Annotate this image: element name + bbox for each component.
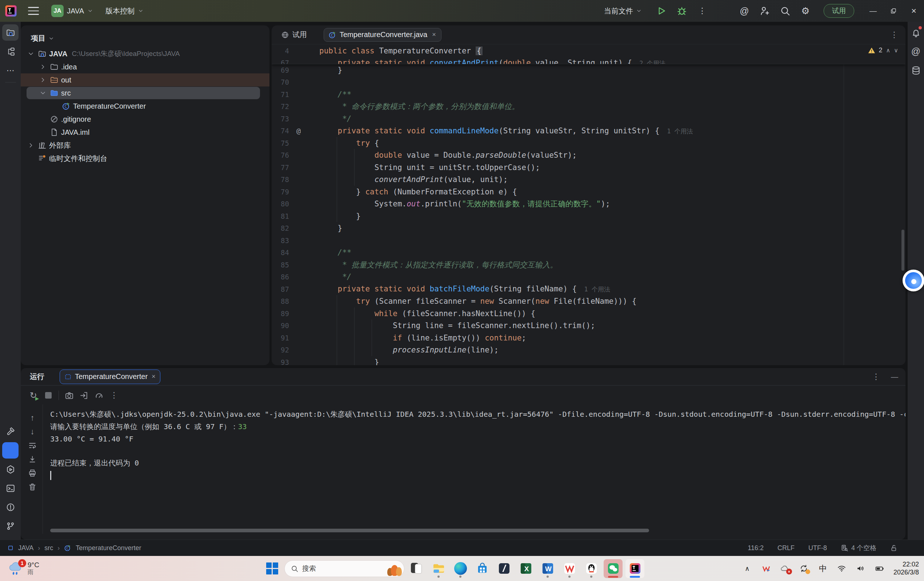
next-problem-icon[interactable]: ∨ [894, 47, 898, 54]
code-line[interactable]: 78 convertAndPrint(value, unit); [272, 174, 906, 186]
weather-widget[interactable]: 1 9°C 雨 [7, 561, 39, 577]
taskbar-app-qq[interactable] [582, 559, 601, 578]
tree-item-TemperatureConverter[interactable]: C TemperatureConverter [21, 100, 269, 113]
taskbar-app-dark-app[interactable] [495, 559, 513, 578]
chevron-down-icon[interactable] [27, 50, 35, 58]
taskbar-app-wps-office[interactable] [560, 559, 579, 578]
code-line[interactable]: 69 } [272, 64, 906, 76]
toolwindow-notifications-bell[interactable] [908, 24, 924, 41]
tab-trial[interactable]: 试用 [281, 30, 307, 40]
close-run-tab-icon[interactable]: × [152, 373, 156, 380]
taskbar-search[interactable]: 搜索 [284, 560, 404, 577]
more-v-icon[interactable]: ⋮ [109, 391, 119, 400]
more-v-icon[interactable]: ⋮ [697, 5, 708, 16]
taskbar-app-microsoft-store[interactable] [473, 559, 492, 578]
console-output[interactable]: C:\Users\朱彦硕\.jdks\openjdk-25.0.2\bin\ja… [50, 408, 906, 481]
camera-icon[interactable] [65, 391, 74, 400]
console-line[interactable]: 请输入要转换的温度与单位（例如 36.6 C 或 97 F）：33 [50, 421, 906, 433]
code-line[interactable]: 72 * 命令行参数模式：两个参数，分别为数值和单位。 [272, 100, 906, 113]
toolwindow-project-folder[interactable] [2, 24, 18, 41]
console-line[interactable]: 33.00 °C = 91.40 °F [50, 433, 906, 445]
encoding-widget[interactable]: UTF-8 [808, 544, 827, 552]
run-title[interactable]: 运行 [30, 372, 45, 382]
code-line[interactable]: 81 } [272, 210, 906, 222]
taskbar-app-task-view[interactable] [407, 559, 426, 578]
code-line[interactable]: 89 while (fileScanner.hasNextLine()) { [272, 308, 906, 320]
code-line[interactable]: 67 private static void convertAndPrint(d… [272, 57, 906, 64]
toolwindow-database[interactable] [908, 62, 924, 79]
settings-gear-icon[interactable]: ⚙ [800, 5, 811, 16]
code-line[interactable]: 86 */ [272, 271, 906, 283]
console-line[interactable]: C:\Users\朱彦硕\.jdks\openjdk-25.0.2\bin\ja… [50, 408, 906, 421]
code-line[interactable]: 84 /** [272, 247, 906, 259]
trash-icon[interactable] [28, 482, 37, 491]
code-line[interactable]: 82 } [272, 222, 906, 235]
play-run-icon[interactable] [656, 5, 667, 16]
code-line[interactable]: 79 } catch (NumberFormatException e) { [272, 186, 906, 198]
code-line[interactable]: 75 try { [272, 137, 906, 149]
ai-assistant-icon[interactable]: @ [739, 5, 750, 16]
taskbar-app-intellij-idea[interactable] [625, 559, 644, 578]
toolwindow-problems[interactable] [2, 499, 18, 515]
taskbar-app-edge[interactable] [451, 559, 470, 578]
code-line[interactable]: 88 try (Scanner fileScanner = new Scanne… [272, 295, 906, 308]
chevron-down-icon[interactable] [39, 89, 46, 97]
sync-icon[interactable] [799, 564, 809, 574]
vcs-widget[interactable]: 版本控制 [106, 6, 144, 16]
tree-item-out[interactable]: out [21, 73, 269, 86]
tree-item-node[interactable]: 临时文件和控制台 [21, 152, 269, 165]
code-line[interactable]: 4 public class TemperatureConverter { [272, 45, 906, 57]
code-line[interactable]: 92 processInputLine(line); [272, 344, 906, 356]
toolwindow-build-hammer[interactable] [2, 423, 18, 439]
code-line[interactable]: 77 String unit = unitStr.toUpperCase(); [272, 161, 906, 174]
tray-expand-icon[interactable]: ∧ [742, 564, 752, 574]
code-line[interactable]: 76 double value = Double.parseDouble(val… [272, 149, 906, 162]
code-line[interactable]: 70 [272, 76, 906, 89]
toolwindow-more-h[interactable]: ⋯ [2, 62, 18, 79]
code-line[interactable]: 83 [272, 234, 906, 247]
arrow-up-icon[interactable]: ↑ [28, 413, 37, 422]
project-widget[interactable]: JA JAVA [51, 5, 93, 17]
soft-wrap-icon[interactable] [28, 441, 37, 450]
battery-icon[interactable] [874, 564, 885, 574]
tree-item-.idea[interactable]: .idea [21, 60, 269, 73]
breadcrumb-item[interactable]: src [45, 544, 53, 552]
tree-item-JAVA[interactable]: JAVAC:\Users\朱彦硕\IdeaProjects\JAVA [21, 47, 269, 60]
editor-scrollbar[interactable] [901, 230, 904, 271]
breadcrumb-item[interactable]: TemperatureConverter [76, 544, 141, 552]
import-run-icon[interactable] [80, 391, 89, 400]
close-button[interactable]: × [904, 0, 924, 22]
prev-problem-icon[interactable]: ∧ [886, 47, 891, 54]
toolwindow-run-play[interactable] [2, 442, 18, 459]
gauge-icon[interactable] [94, 391, 104, 400]
console-h-scrollbar[interactable] [50, 529, 649, 532]
add-user-icon[interactable] [759, 5, 770, 16]
more-options-icon[interactable]: ⋮ [872, 372, 880, 382]
minimize-button[interactable]: — [863, 0, 883, 22]
maximize-button[interactable] [883, 0, 904, 22]
taskbar-app-wechat[interactable] [604, 559, 622, 578]
toolwindow-services[interactable] [2, 461, 18, 477]
scroll-end-icon[interactable] [28, 455, 37, 464]
search-highlights-icon[interactable] [387, 561, 402, 576]
start-button[interactable] [262, 559, 281, 578]
code-line[interactable]: 71 /** [272, 88, 906, 100]
main-menu-button[interactable] [28, 7, 39, 15]
run-configuration-widget[interactable]: 当前文件 [604, 6, 642, 16]
clock-widget[interactable]: 22:02 2026/3/8 [893, 561, 919, 576]
toolwindow-terminal[interactable] [2, 480, 18, 496]
printer-icon[interactable] [28, 469, 37, 477]
code-line[interactable]: 80 System.out.println("无效的数值参数，请提供正确的数字。… [272, 198, 906, 211]
tree-item-JAVA.iml[interactable]: JAVA.iml [21, 126, 269, 139]
code-line[interactable]: 90 String line = fileScanner.nextLine().… [272, 320, 906, 332]
debug-bug-icon[interactable] [676, 5, 687, 16]
code-line[interactable]: 73 */ [272, 113, 906, 125]
line-separator-widget[interactable]: CRLF [777, 544, 795, 552]
code-line[interactable]: 87 private static void batchFileMode(Str… [272, 283, 906, 295]
console-line[interactable] [50, 445, 906, 458]
hide-toolwindow-icon[interactable]: — [891, 373, 898, 381]
ime-indicator[interactable]: 中 [818, 564, 828, 574]
wps-tray-icon[interactable] [761, 564, 771, 574]
chevron-right-icon[interactable] [27, 142, 35, 149]
chevron-right-icon[interactable] [39, 76, 46, 84]
